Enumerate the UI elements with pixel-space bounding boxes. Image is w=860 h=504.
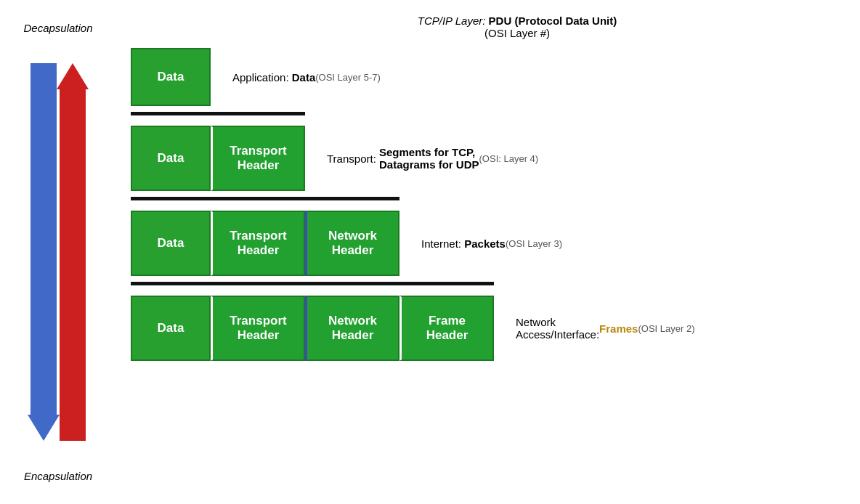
divider-2 [131,197,399,200]
application-label-bold: Data [289,71,316,84]
header-sub: (OSI Layer #) [484,27,550,39]
transport-label: Transport: Segments for TCP, Datagrams f… [305,146,860,171]
encapsulation-label: Encapsulation [24,470,92,482]
top-label: TCP/IP Layer: PDU (Protocol Data Unit) (… [131,15,860,39]
internet-blocks: Data TransportHeader NetworkHeader [131,211,399,276]
network-access-blocks: Data TransportHeader NetworkHeader Frame… [131,296,494,361]
header-italic: TCP/IP Layer: [418,15,486,27]
application-data-block: Data [131,48,211,106]
transport-row: Data TransportHeader Transport: Segments… [131,126,860,191]
network-access-row: Data TransportHeader NetworkHeader Frame… [131,296,860,361]
application-label: Application: Data (OSI Layer 5-7) [211,71,860,84]
red-arrow-shaft [60,89,86,441]
blue-arrow-head [28,415,60,441]
arrows-section: Decapsulation Encapsulation [0,0,116,504]
diagram-section: TCP/IP Layer: PDU (Protocol Data Unit) (… [116,0,860,504]
main-container: Decapsulation Encapsulation TCP/IP Layer… [0,0,860,504]
divider-1 [131,112,305,115]
network-access-network-block: NetworkHeader [305,296,399,361]
blue-arrow-encapsulation [31,63,57,441]
network-access-label: NetworkAccess/Interface: Frames (OSI Lay… [494,316,860,341]
internet-label: Internet: Packets (OSI Layer 3) [399,237,860,250]
decapsulation-label: Decapsulation [23,22,92,34]
transport-data-block: Data [131,126,211,191]
internet-transport-block: TransportHeader [211,211,305,276]
internet-row: Data TransportHeader NetworkHeader Inter… [131,211,860,276]
red-arrow-decapsulation [60,63,86,441]
transport-blocks: Data TransportHeader [131,126,305,191]
internet-data-block: Data [131,211,211,276]
internet-network-block: NetworkHeader [305,211,399,276]
application-row: Data Application: Data (OSI Layer 5-7) [131,48,860,106]
transport-label-bold: Segments for TCP, Datagrams for UDP [376,146,479,171]
divider-3 [131,282,494,285]
blue-arrow-shaft [31,63,57,415]
network-access-label-bold: Frames [599,322,638,335]
network-access-transport-block: TransportHeader [211,296,305,361]
arrows-wrapper [31,63,86,441]
network-access-data-block: Data [131,296,211,361]
internet-label-bold: Packets [461,237,506,250]
transport-header-block: TransportHeader [211,126,305,191]
network-access-frame-block: FrameHeader [399,296,494,361]
application-blocks: Data [131,48,211,106]
header-bold: PDU (Protocol Data Unit) [485,15,617,27]
red-arrow-head [57,63,89,89]
rows-container: Data Application: Data (OSI Layer 5-7) D… [131,48,860,365]
